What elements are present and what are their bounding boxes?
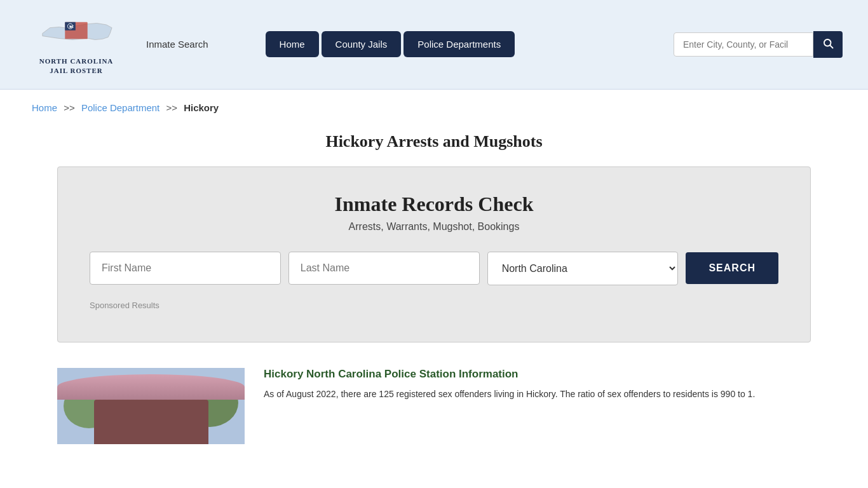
breadcrumb-current: Hickory (184, 102, 219, 113)
records-check-subtitle: Arrests, Warrants, Mugshot, Bookings (90, 221, 778, 233)
svg-point-9 (64, 384, 114, 428)
state-select[interactable]: North Carolina Alabama Alaska Arizona Ar… (487, 252, 679, 285)
last-name-input[interactable] (288, 252, 480, 285)
breadcrumb: Home >> Police Department >> Hickory (0, 90, 868, 126)
article-image-svg (57, 368, 245, 444)
county-jails-nav-button[interactable]: County Jails (322, 31, 402, 57)
records-check-box: Inmate Records Check Arrests, Warrants, … (57, 166, 811, 342)
svg-line-7 (830, 45, 832, 48)
svg-point-11 (130, 381, 175, 419)
svg-rect-18 (143, 425, 159, 444)
records-check-form: North Carolina Alabama Alaska Arizona Ar… (90, 252, 778, 285)
header-search-area (674, 31, 843, 58)
svg-point-14 (133, 376, 169, 398)
inmate-search-link[interactable]: Inmate Search (146, 39, 208, 50)
article-text: As of August 2022, there are 125 registe… (264, 387, 811, 401)
records-check-title: Inmate Records Check (90, 193, 778, 216)
records-search-button[interactable]: SEARCH (686, 252, 778, 284)
svg-rect-15 (130, 403, 140, 416)
logo-area: NC NORTH CAROLINA JAIL ROSTER (25, 13, 127, 76)
svg-rect-13 (127, 387, 175, 400)
search-icon (822, 37, 834, 49)
svg-rect-17 (162, 403, 172, 416)
svg-point-10 (181, 379, 238, 427)
article-title-link[interactable]: Hickory North Carolina Police Station In… (264, 368, 811, 381)
header-search-button[interactable] (813, 31, 843, 58)
breadcrumb-home-link[interactable]: Home (32, 102, 57, 113)
main-nav: Home County Jails Police Departments (266, 31, 515, 57)
police-departments-nav-button[interactable]: Police Departments (403, 31, 515, 57)
page-title: Hickory Arrests and Mugshots (0, 132, 868, 151)
breadcrumb-sep2: >> (166, 102, 177, 113)
article-content: Hickory North Carolina Police Station In… (264, 368, 811, 401)
nc-map-icon: NC (38, 13, 114, 54)
first-name-input[interactable] (90, 252, 281, 285)
sponsored-label: Sponsored Results (90, 301, 778, 310)
breadcrumb-sep1: >> (64, 102, 75, 113)
site-header: NC NORTH CAROLINA JAIL ROSTER Inmate Sea… (0, 0, 868, 90)
logo-title: NORTH CAROLINA JAIL ROSTER (39, 57, 114, 76)
svg-rect-16 (146, 403, 156, 416)
header-search-input[interactable] (674, 32, 813, 57)
breadcrumb-police-department-link[interactable]: Police Department (81, 102, 159, 113)
article-section: Hickory North Carolina Police Station In… (0, 362, 868, 463)
svg-rect-12 (121, 396, 181, 444)
home-nav-button[interactable]: Home (266, 31, 319, 57)
svg-rect-19 (137, 443, 165, 444)
article-image (57, 368, 245, 444)
